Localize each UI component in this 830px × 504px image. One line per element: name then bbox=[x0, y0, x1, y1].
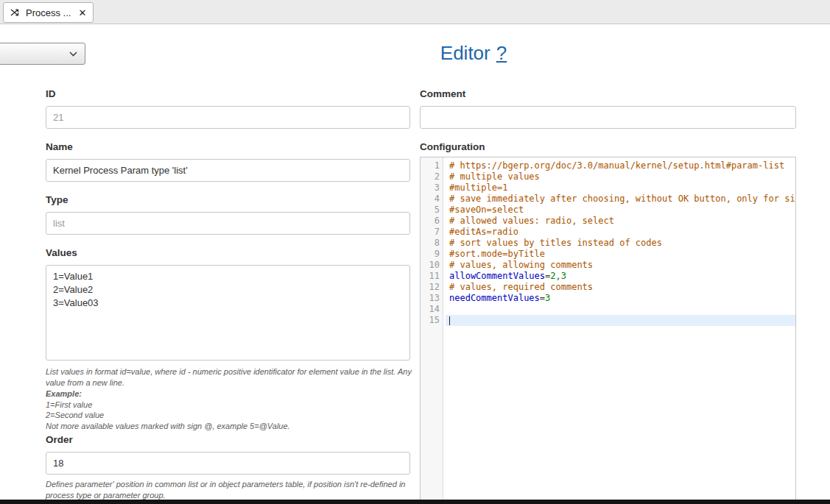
line-number: 15 bbox=[421, 315, 446, 326]
code-line[interactable]: #sort.mode=byTitle bbox=[446, 249, 795, 260]
line-number: 6 bbox=[421, 216, 446, 227]
code-row: 1# https://bgerp.org/doc/3.0/manual/kern… bbox=[421, 160, 795, 171]
comment-input[interactable] bbox=[420, 106, 796, 129]
code-row: 13needCommentValues=3 bbox=[421, 293, 795, 304]
code-row: 12# values, required comments bbox=[421, 282, 795, 293]
line-number: 8 bbox=[421, 238, 446, 249]
code-row: 7#editAs=radio bbox=[421, 227, 795, 238]
type-input[interactable] bbox=[46, 212, 410, 235]
code-line[interactable]: # values, required comments bbox=[446, 282, 795, 293]
configuration-label: Configuration bbox=[420, 141, 796, 152]
name-label: Name bbox=[46, 141, 410, 152]
order-help-text: Defines parameter' position in common li… bbox=[46, 479, 414, 501]
code-row: 5#saveOn=select bbox=[421, 205, 795, 216]
tab-bar: Process ... ✕ bbox=[0, 0, 830, 24]
line-number: 11 bbox=[421, 271, 446, 282]
code-row: 10# values, allowing comments bbox=[421, 260, 795, 271]
field-name: Name bbox=[46, 141, 410, 182]
tab-process[interactable]: Process ... ✕ bbox=[3, 2, 94, 23]
id-input[interactable] bbox=[46, 106, 410, 129]
type-label: Type bbox=[46, 194, 410, 205]
values-label: Values bbox=[46, 247, 410, 258]
code-line[interactable]: needCommentValues=3 bbox=[446, 293, 795, 304]
code-token: # sort values by titles instead of codes bbox=[449, 238, 662, 248]
code-line[interactable]: # values, allowing comments bbox=[446, 260, 795, 271]
code-row: 8# sort values by titles instead of code… bbox=[421, 238, 795, 249]
configuration-code-lines: 1# https://bgerp.org/doc/3.0/manual/kern… bbox=[421, 157, 795, 326]
line-number: 13 bbox=[421, 293, 446, 304]
line-number: 2 bbox=[421, 171, 446, 182]
line-number: 7 bbox=[421, 227, 446, 238]
top-dropdown[interactable] bbox=[0, 43, 85, 65]
line-number: 12 bbox=[421, 282, 446, 293]
code-line[interactable]: # multiple values bbox=[446, 171, 795, 182]
code-line[interactable]: # sort values by titles instead of codes bbox=[446, 238, 795, 249]
code-line[interactable] bbox=[446, 304, 795, 315]
code-row: 14 bbox=[421, 304, 795, 315]
code-token: #multiple=1 bbox=[449, 182, 507, 193]
code-row: 3#multiple=1 bbox=[421, 182, 795, 194]
name-input[interactable] bbox=[46, 159, 410, 182]
code-token: 2,3 bbox=[550, 271, 566, 281]
tab-label: Process ... bbox=[26, 7, 71, 18]
code-line[interactable]: # allowed values: radio, select bbox=[446, 216, 795, 227]
line-number: 10 bbox=[421, 260, 446, 271]
line-number: 3 bbox=[421, 182, 446, 194]
bottom-bar bbox=[0, 500, 830, 504]
code-token: = bbox=[540, 293, 545, 303]
page-title-text: Editor bbox=[440, 42, 490, 64]
help-link[interactable]: ? bbox=[496, 42, 507, 64]
code-row: 6# allowed values: radio, select bbox=[421, 216, 795, 227]
code-token: # https://bgerp.org/doc/3.0/manual/kerne… bbox=[449, 160, 784, 171]
order-label: Order bbox=[46, 434, 410, 445]
field-order: Order bbox=[46, 434, 410, 475]
field-type: Type bbox=[46, 194, 410, 235]
line-number: 14 bbox=[421, 304, 446, 315]
code-line[interactable]: allowCommentValues=2,3 bbox=[446, 271, 795, 282]
code-row: 15 bbox=[421, 315, 795, 326]
order-input[interactable] bbox=[46, 452, 410, 475]
code-token: # values, allowing comments bbox=[449, 260, 593, 270]
code-token: #editAs=radio bbox=[449, 227, 518, 237]
code-line[interactable]: #saveOn=select bbox=[446, 205, 795, 216]
code-line[interactable]: #editAs=radio bbox=[446, 227, 795, 238]
code-token: #sort.mode=byTitle bbox=[449, 249, 545, 259]
line-number: 1 bbox=[421, 160, 446, 171]
code-token: # allowed values: radio, select bbox=[449, 216, 614, 226]
code-line[interactable]: #multiple=1 bbox=[446, 182, 795, 194]
code-row: 2# multiple values bbox=[421, 171, 795, 182]
code-line[interactable] bbox=[446, 315, 795, 326]
process-icon bbox=[10, 8, 21, 17]
code-token: # save immediately after choosing, witho… bbox=[449, 194, 795, 204]
chevron-down-icon bbox=[69, 52, 77, 57]
id-label: ID bbox=[46, 88, 410, 99]
line-number: 4 bbox=[421, 194, 446, 205]
field-id: ID bbox=[46, 88, 410, 129]
code-row: 9#sort.mode=byTitle bbox=[421, 249, 795, 260]
code-line[interactable]: # save immediately after choosing, witho… bbox=[446, 194, 795, 205]
configuration-editor[interactable]: 1# https://bgerp.org/doc/3.0/manual/kern… bbox=[420, 157, 796, 504]
text-cursor bbox=[449, 316, 450, 325]
code-line[interactable]: # https://bgerp.org/doc/3.0/manual/kerne… bbox=[446, 160, 795, 171]
code-token: needCommentValues bbox=[449, 293, 540, 303]
code-token: # values, required comments bbox=[449, 282, 593, 292]
line-number: 5 bbox=[421, 205, 446, 216]
code-token: #saveOn=select bbox=[449, 205, 524, 215]
field-comment: Comment bbox=[420, 88, 796, 129]
code-token: 3 bbox=[545, 293, 550, 303]
values-textarea[interactable]: 1=Value1 2=Value2 3=Value03 bbox=[46, 265, 410, 361]
line-number: 9 bbox=[421, 249, 446, 260]
code-token: # multiple values bbox=[449, 171, 540, 182]
code-row: 11allowCommentValues=2,3 bbox=[421, 271, 795, 282]
values-help-text: List values in format id=value, where id… bbox=[46, 366, 414, 432]
code-token: allowCommentValues bbox=[449, 271, 545, 281]
tab-close-icon[interactable]: ✕ bbox=[78, 8, 86, 18]
code-row: 4# save immediately after choosing, with… bbox=[421, 194, 795, 205]
page-title: Editor? bbox=[440, 42, 507, 65]
field-values: Values 1=Value1 2=Value2 3=Value03 bbox=[46, 247, 410, 361]
comment-label: Comment bbox=[420, 88, 796, 99]
